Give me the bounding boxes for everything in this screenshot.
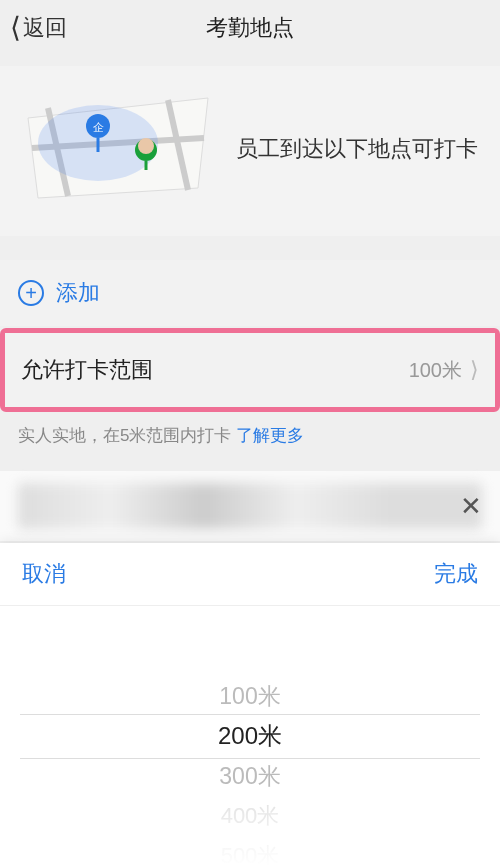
plus-icon: + <box>18 280 44 306</box>
sheet-toolbar: 取消 完成 <box>0 543 500 606</box>
map-illustration: 企 <box>18 88 218 208</box>
info-text: 员工到达以下地点可打卡 <box>236 132 482 165</box>
range-label: 允许打卡范围 <box>21 355 153 385</box>
close-icon[interactable]: ✕ <box>460 491 482 522</box>
range-value: 100米 <box>409 357 462 384</box>
page-title: 考勤地点 <box>206 13 294 43</box>
location-item[interactable]: ✕ <box>0 471 500 541</box>
back-button[interactable]: ⟨ 返回 <box>10 0 67 56</box>
svg-point-8 <box>138 138 154 154</box>
picker-option[interactable]: 200米 <box>0 716 500 756</box>
add-button[interactable]: + 添加 <box>0 260 500 326</box>
range-row-highlight: 允许打卡范围 100米 ⟩ <box>0 328 500 412</box>
picker-sheet: 取消 完成 100米200米300米400米500米 <box>0 543 500 866</box>
chevron-left-icon: ⟨ <box>10 14 21 42</box>
picker-option[interactable]: 400米 <box>0 796 500 836</box>
hint-text: 实人实地，在5米范围内打卡 了解更多 <box>0 412 500 459</box>
range-row[interactable]: 允许打卡范围 100米 ⟩ <box>5 333 495 407</box>
range-picker[interactable]: 100米200米300米400米500米 <box>0 606 500 866</box>
add-label: 添加 <box>56 278 100 308</box>
info-card: 企 员工到达以下地点可打卡 <box>0 66 500 236</box>
hint-prefix: 实人实地，在5米范围内打卡 <box>18 426 236 445</box>
header: ⟨ 返回 考勤地点 <box>0 0 500 56</box>
done-button[interactable]: 完成 <box>434 559 478 589</box>
svg-text:企: 企 <box>93 121 104 133</box>
location-item-blurred <box>18 483 482 529</box>
picker-option[interactable]: 500米 <box>0 836 500 866</box>
picker-option[interactable]: 300米 <box>0 756 500 796</box>
back-label: 返回 <box>23 13 67 43</box>
chevron-right-icon: ⟩ <box>470 357 479 383</box>
picker-option[interactable]: 100米 <box>0 676 500 716</box>
learn-more-link[interactable]: 了解更多 <box>236 426 304 445</box>
cancel-button[interactable]: 取消 <box>22 559 66 589</box>
